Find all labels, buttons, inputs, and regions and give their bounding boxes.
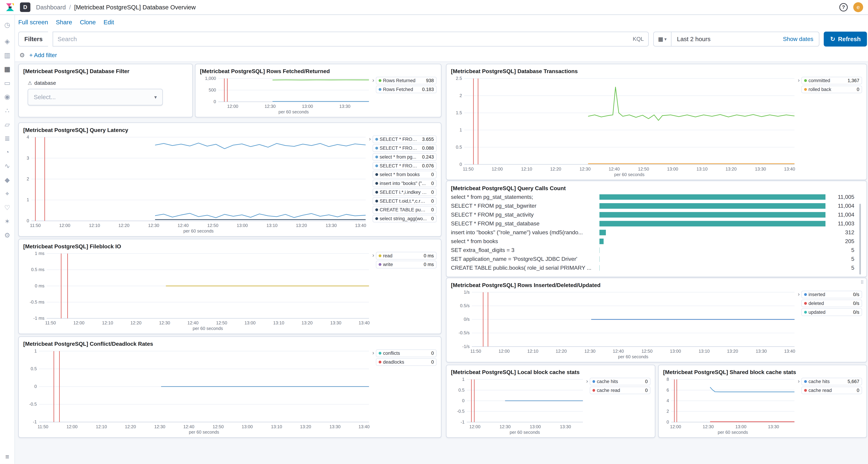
line-chart[interactable]: 1 ms0.5 ms0 ms-0.5 ms-1 ms11:5012:0012:1… bbox=[23, 251, 372, 331]
legend-item[interactable]: committed 1,367 bbox=[801, 77, 862, 84]
line-chart[interactable]: 8642012:0012:3013:0013:30per 60 seconds bbox=[663, 377, 798, 435]
line-chart[interactable]: 10.50-0.5-111:5012:0012:1012:2012:3012:4… bbox=[23, 348, 372, 435]
legend-label: SELECT i.*,i.indkey a... bbox=[380, 189, 427, 195]
kql-selector[interactable]: KQL bbox=[633, 36, 644, 42]
database-field-label: database bbox=[34, 80, 56, 86]
legend-item[interactable]: select * from books 0 bbox=[373, 171, 437, 178]
legend-item[interactable]: cache read 0 bbox=[590, 386, 650, 394]
legend-item[interactable]: cache hits 5,667 bbox=[801, 378, 862, 385]
legend-item[interactable]: Rows Returned 938 bbox=[376, 77, 437, 84]
share-link[interactable]: Share bbox=[56, 19, 72, 26]
legend-item[interactable]: conflicts 0 bbox=[376, 349, 437, 357]
bar-row[interactable]: CREATE TABLE public.books( role_id seria… bbox=[451, 264, 855, 272]
filter-settings-gear-icon[interactable]: ⚙ bbox=[20, 52, 25, 59]
bar-row[interactable]: SELECT * FROM pg_stat_bgwriter 11,004 bbox=[451, 202, 855, 210]
sidebar-item-dashboard[interactable]: ▦ bbox=[0, 62, 14, 76]
legend-toggle-icon[interactable]: › bbox=[372, 349, 374, 356]
collapse-nav-icon[interactable]: ≡ bbox=[0, 453, 14, 461]
legend-item[interactable]: select string_agg(wo... 0 bbox=[373, 215, 437, 222]
search-input[interactable] bbox=[58, 36, 632, 42]
sidebar-item-graph[interactable]: ✶ bbox=[0, 214, 14, 228]
help-icon[interactable]: ? bbox=[839, 3, 848, 11]
legend-item[interactable]: select * from pg... 0.243 bbox=[373, 153, 437, 161]
sidebar-item-siem[interactable]: ◆ bbox=[0, 173, 14, 187]
query-calls-value: 11,003 bbox=[829, 220, 854, 227]
legend-item[interactable]: updated 0/s bbox=[801, 308, 862, 316]
edit-link[interactable]: Edit bbox=[103, 19, 114, 26]
sidebar-item-apm[interactable]: ◔ bbox=[0, 145, 14, 159]
legend-toggle-icon[interactable]: › bbox=[372, 77, 374, 83]
panel-options-icon[interactable]: ⠿ bbox=[861, 280, 864, 285]
legend-toggle-icon[interactable]: › bbox=[369, 135, 371, 142]
legend-item[interactable]: cache hits 0 bbox=[590, 378, 650, 385]
sidebar-item-infrastructure[interactable]: ▱ bbox=[0, 118, 14, 131]
sidebar-item-stack-monitoring[interactable]: ♡ bbox=[0, 200, 14, 214]
line-chart[interactable]: 1,000500012:0012:3013:0013:30per 60 seco… bbox=[200, 76, 372, 115]
sidebar-item-uptime[interactable]: ∿ bbox=[0, 159, 14, 173]
user-avatar[interactable]: e bbox=[853, 2, 863, 12]
legend-item[interactable]: deadlocks 0 bbox=[376, 358, 437, 366]
legend-item[interactable]: write 0 ms bbox=[376, 261, 437, 268]
legend-item[interactable]: CREATE TABLE publi... 0 bbox=[373, 206, 437, 214]
bar-row[interactable]: select * from pg_stat_statements; 11,005 bbox=[451, 193, 855, 202]
sidebar-item-recently-viewed[interactable]: ◷ bbox=[0, 18, 14, 32]
svg-text:1: 1 bbox=[460, 127, 462, 132]
calendar-icon[interactable]: ▦ ▾ bbox=[654, 32, 672, 46]
sidebar-item-management[interactable]: ⚙ bbox=[0, 228, 14, 242]
legend-value: 0 bbox=[643, 379, 648, 384]
bar-row[interactable]: SELECT * FROM pg_stat_database 11,003 bbox=[451, 219, 855, 228]
sidebar-item-canvas[interactable]: ▭ bbox=[0, 76, 14, 90]
legend-item[interactable]: SELECT i.*,i.indkey a... 0 bbox=[373, 188, 437, 196]
bar-row[interactable]: insert into "books" ("role_name") values… bbox=[451, 228, 855, 237]
panel-title: [Metricbeat PostgreSQL] Query Calls Coun… bbox=[451, 185, 862, 191]
legend-item[interactable]: SELECT * FROM... 0.088 bbox=[373, 144, 437, 152]
line-chart[interactable]: 1/s0.5/s0/s-0.5/s-1/s11:5012:0012:1012:2… bbox=[451, 289, 798, 360]
bar-row[interactable]: SELECT * FROM pg_stat_activity 11,004 bbox=[451, 210, 855, 219]
show-dates-link[interactable]: Show dates bbox=[783, 36, 819, 42]
bar-row[interactable]: SET extra_float_digits = 3 5 bbox=[451, 246, 855, 254]
legend-toggle-icon[interactable]: › bbox=[798, 77, 800, 83]
sidebar-item-visualize[interactable]: ▥ bbox=[0, 48, 14, 62]
sidebar-item-logs[interactable]: ≣ bbox=[0, 131, 14, 145]
legend-item[interactable]: inserted 0/s bbox=[801, 291, 862, 298]
legend-value: 0 ms bbox=[422, 253, 434, 258]
legend-toggle-icon[interactable]: › bbox=[586, 378, 588, 384]
legend-item[interactable]: SELECT * FROM... 0.076 bbox=[373, 162, 437, 169]
legend-item[interactable]: deleted 0/s bbox=[801, 300, 862, 307]
legend-toggle-icon[interactable]: › bbox=[798, 291, 800, 297]
bar-row[interactable]: SET application_name = 'PostgreSQL JDBC … bbox=[451, 254, 855, 264]
clone-link[interactable]: Clone bbox=[80, 19, 96, 26]
space-badge[interactable]: D bbox=[20, 2, 31, 12]
filters-button[interactable]: Filters bbox=[18, 32, 48, 47]
legend-item[interactable]: read 0 ms bbox=[376, 252, 437, 259]
legend-item[interactable]: rolled back 0 bbox=[801, 86, 862, 93]
legend-toggle-icon[interactable]: › bbox=[798, 378, 800, 384]
breadcrumb-dashboard[interactable]: Dashboard bbox=[36, 4, 66, 11]
svg-text:0.5/s: 0.5/s bbox=[460, 303, 469, 308]
legend-item[interactable]: Rows Fetched 0.183 bbox=[376, 86, 437, 93]
sidebar-item-discover[interactable]: ◈ bbox=[0, 34, 14, 48]
legend-value: 0 bbox=[429, 189, 434, 195]
legend-item[interactable]: SELECT * FROM... 3.655 bbox=[373, 135, 437, 143]
legend-item[interactable]: cache read 0 bbox=[801, 386, 862, 394]
sidebar-item-machine-learning[interactable]: ∴ bbox=[0, 104, 14, 118]
bar-row[interactable]: select * from books 205 bbox=[451, 237, 855, 246]
svg-text:12:00: 12:00 bbox=[73, 320, 84, 326]
legend-toggle-icon[interactable]: › bbox=[372, 252, 374, 258]
elastic-logo[interactable] bbox=[5, 3, 14, 12]
refresh-button[interactable]: ↻ Refresh bbox=[824, 32, 867, 47]
line-chart[interactable]: 2.521.510.5011:5012:0012:1012:2012:3012:… bbox=[451, 76, 798, 178]
svg-text:1/s: 1/s bbox=[464, 290, 470, 295]
legend-item[interactable]: insert into "books" ("... 0 bbox=[373, 180, 437, 187]
line-chart[interactable]: 10.50-0.5-112:0012:3013:0013:30per 60 se… bbox=[451, 377, 586, 435]
sidebar-item-dev-tools[interactable]: ⌖ bbox=[0, 187, 14, 200]
time-range-label[interactable]: Last 2 hours bbox=[672, 36, 716, 42]
svg-text:13:20: 13:20 bbox=[727, 349, 738, 353]
line-chart[interactable]: 4321011:5012:0012:1012:2012:3012:4012:50… bbox=[23, 134, 369, 234]
sidebar-item-maps[interactable]: ◉ bbox=[0, 90, 14, 104]
add-filter-link[interactable]: + Add filter bbox=[29, 52, 57, 59]
legend-item[interactable]: SELECT t.oid,t.*,c.rel... 0 bbox=[373, 197, 437, 205]
full-screen-link[interactable]: Full screen bbox=[18, 19, 48, 26]
database-select[interactable]: Select... ▾ bbox=[28, 89, 163, 105]
scrollbar[interactable] bbox=[859, 204, 861, 275]
